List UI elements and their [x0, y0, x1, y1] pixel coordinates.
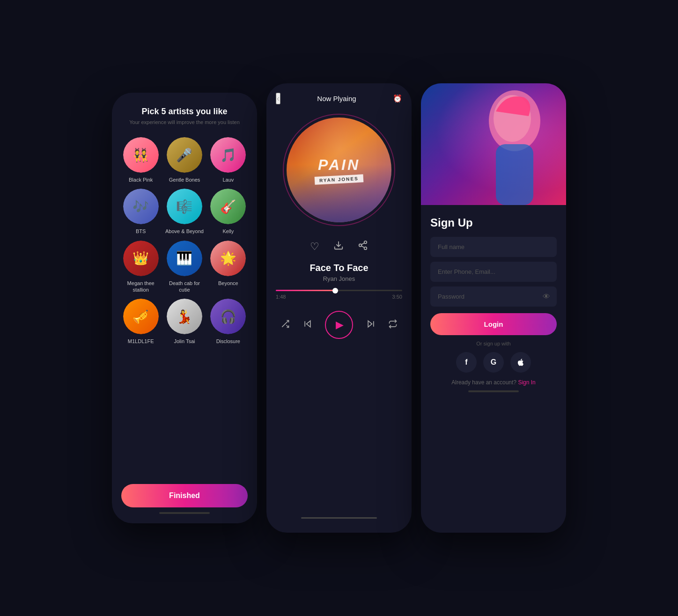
time-current: 1:48	[276, 294, 286, 300]
artist-name-kelly: Kelly	[222, 228, 234, 235]
artists-grid: 👯Black Pink🎤Gentle Bones🎵Lauv🎶BTS🎼Above …	[121, 136, 248, 345]
password-input[interactable]	[430, 286, 557, 307]
time-total: 3:50	[392, 294, 402, 300]
progress-fill	[276, 290, 335, 291]
download-button[interactable]	[333, 240, 344, 253]
phone-artist-picker: Pick 5 artists you like Your experience …	[112, 93, 257, 523]
now-playing-title: Now Plyaing	[317, 95, 356, 103]
album-pain-text: PAIN	[318, 156, 360, 174]
artist-picker-title: Pick 5 artists you like	[141, 107, 227, 117]
svg-line-4	[361, 246, 364, 248]
google-button[interactable]: G	[483, 352, 504, 373]
svg-line-5	[361, 243, 364, 245]
svg-point-3	[364, 247, 367, 250]
player-bottom-bar	[301, 517, 377, 519]
repeat-button[interactable]	[388, 319, 398, 331]
fullname-input[interactable]	[430, 237, 557, 257]
artist-name-deathcab: Death cab for cutie	[165, 280, 204, 293]
album-art: PAIN RYAN JONES	[287, 117, 391, 222]
player-header: ‹ Now Plyaing ⏰	[276, 93, 402, 104]
password-wrapper: 👁	[430, 286, 557, 307]
artist-item-gentlebones[interactable]: 🎤Gentle Bones	[165, 136, 204, 183]
artist-item-blackpink[interactable]: 👯Black Pink	[121, 136, 160, 183]
player-controls: ▶	[276, 311, 402, 339]
artist-item-kelly[interactable]: 🎸Kelly	[209, 188, 248, 235]
artist-name-abovebeyond: Above & Beyond	[165, 228, 204, 235]
artist-item-m1ldl1fe[interactable]: 🎺M1LDL1FE	[121, 298, 160, 345]
already-account-text: Already have an account? Sign In	[430, 379, 557, 386]
svg-point-2	[359, 244, 362, 247]
artist-name-m1ldl1fe: M1LDL1FE	[128, 338, 154, 345]
progress-thumb	[332, 288, 338, 293]
social-buttons: f G	[430, 352, 557, 373]
phone3-bottom-bar	[468, 390, 519, 392]
svg-marker-10	[368, 321, 372, 327]
share-button[interactable]	[358, 240, 368, 253]
artist-item-bts[interactable]: 🎶BTS	[121, 188, 160, 235]
signup-hero	[421, 83, 566, 205]
progress-times: 1:48 3:50	[276, 294, 402, 300]
track-info: Face To Face Ryan Jones	[310, 263, 368, 282]
facebook-button[interactable]: f	[456, 352, 477, 373]
signup-title: Sign Up	[430, 216, 557, 229]
artist-item-jolintsai[interactable]: 💃Jolin Tsai	[165, 298, 204, 345]
artist-item-deathcab[interactable]: 🎹Death cab for cutie	[165, 240, 204, 293]
artist-item-lauv[interactable]: 🎵Lauv	[209, 136, 248, 183]
timer-icon-button[interactable]: ⏰	[393, 94, 402, 103]
artist-item-megan[interactable]: 👑Megan thee stallion	[121, 240, 160, 293]
artist-name-jolintsai: Jolin Tsai	[174, 338, 195, 345]
artist-item-abovebeyond[interactable]: 🎼Above & Beyond	[165, 188, 204, 235]
artist-item-disclosure[interactable]: 🎧Disclosure	[209, 298, 248, 345]
player-actions: ♡	[310, 240, 368, 253]
artist-item-beyonce[interactable]: 🌟Beyonce	[209, 240, 248, 293]
artist-name-gentlebones: Gentle Bones	[169, 176, 200, 183]
signup-body: Sign Up 👁 Login Or sign up with f G Alre…	[421, 205, 566, 533]
track-title: Face To Face	[310, 263, 368, 273]
heart-button[interactable]: ♡	[310, 240, 319, 253]
eye-icon[interactable]: 👁	[543, 293, 550, 301]
artist-name-blackpink: Black Pink	[129, 176, 153, 183]
shuffle-button[interactable]	[280, 319, 290, 331]
back-button[interactable]: ‹	[276, 93, 280, 104]
sign-in-link[interactable]: Sign In	[518, 379, 535, 386]
album-art-container: PAIN RYAN JONES	[283, 114, 395, 226]
apple-button[interactable]	[510, 352, 531, 373]
phone1-bottom-bar	[159, 512, 210, 514]
artist-name-disclosure: Disclosure	[216, 338, 240, 345]
svg-rect-14	[496, 144, 533, 205]
artist-name-lauv: Lauv	[222, 176, 234, 183]
phone-signup: Sign Up 👁 Login Or sign up with f G Alre…	[421, 83, 566, 533]
progress-bar[interactable]	[276, 290, 402, 291]
phone-now-playing: ‹ Now Plyaing ⏰ PAIN RYAN JONES ♡ Face T…	[266, 83, 412, 533]
phone-email-input[interactable]	[430, 262, 557, 282]
artist-name-bts: BTS	[136, 228, 146, 235]
artist-picker-subtitle: Your experience will improve the more yo…	[129, 119, 240, 125]
login-button[interactable]: Login	[430, 313, 557, 335]
or-divider: Or sign up with	[430, 341, 557, 346]
artist-name-beyonce: Beyonce	[218, 280, 238, 286]
artist-name-megan: Megan thee stallion	[121, 280, 160, 293]
prev-button[interactable]	[303, 319, 312, 331]
track-artist: Ryan Jones	[310, 275, 368, 282]
phones-container: Pick 5 artists you like Your experience …	[93, 65, 585, 551]
progress-container: 1:48 3:50	[276, 290, 402, 300]
next-button[interactable]	[366, 319, 376, 331]
svg-point-1	[364, 241, 367, 244]
svg-marker-8	[306, 321, 310, 327]
finished-button[interactable]: Finished	[121, 484, 248, 507]
play-button[interactable]: ▶	[325, 311, 353, 339]
play-icon: ▶	[336, 319, 344, 331]
